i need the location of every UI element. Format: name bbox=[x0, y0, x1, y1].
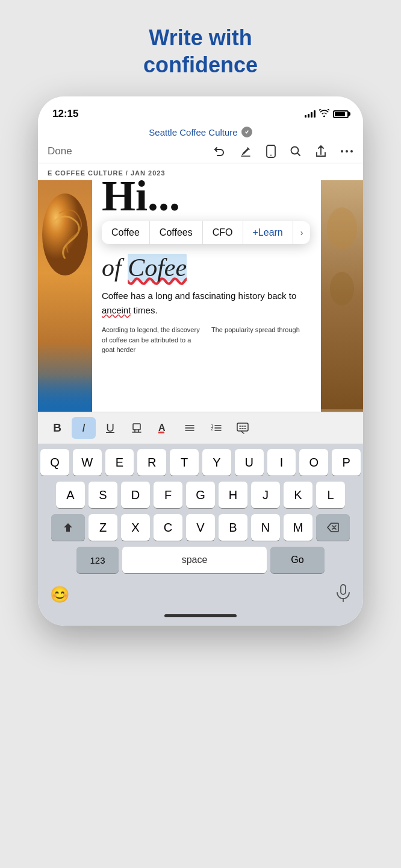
list-button[interactable] bbox=[178, 417, 202, 439]
keyboard: Q W E R T Y U I O P A S D F G H J K L bbox=[38, 444, 363, 580]
svg-rect-17 bbox=[341, 585, 346, 594]
svg-text:2: 2 bbox=[211, 426, 214, 432]
document-content: E COFFEE CULTURE / JAN 2023 bbox=[38, 163, 363, 412]
search-icon[interactable] bbox=[290, 145, 302, 157]
key-o[interactable]: O bbox=[299, 449, 328, 476]
doc-big-title: Hi... bbox=[102, 174, 311, 222]
key-u[interactable]: U bbox=[235, 449, 264, 476]
more-icon[interactable] bbox=[340, 149, 353, 153]
markup-icon[interactable] bbox=[239, 145, 252, 158]
keyboard-dismiss-button[interactable] bbox=[231, 417, 255, 439]
body-col-left: Acording to legend, the discovery of cof… bbox=[102, 325, 202, 355]
status-time: 12:15 bbox=[52, 108, 78, 120]
delete-key[interactable] bbox=[316, 514, 350, 541]
svg-rect-11 bbox=[133, 424, 140, 430]
key-r[interactable]: R bbox=[137, 449, 166, 476]
key-n[interactable]: N bbox=[251, 514, 280, 541]
body-col-right: The popularity spread through bbox=[211, 325, 311, 355]
format-toolbar: B I U A bbox=[38, 412, 363, 444]
svg-point-2 bbox=[270, 155, 272, 156]
app-header: Write withconfidence bbox=[0, 0, 401, 96]
space-key[interactable]: space bbox=[122, 547, 267, 573]
doc-status-icon bbox=[241, 127, 252, 137]
key-b[interactable]: B bbox=[219, 514, 247, 541]
key-e[interactable]: E bbox=[105, 449, 134, 476]
misspelled-word: Cofee bbox=[128, 254, 187, 281]
phone-frame: 12:15 Seattle Coffee Cultur bbox=[38, 96, 363, 626]
underline-button[interactable]: U bbox=[98, 417, 122, 439]
svg-text:A: A bbox=[158, 423, 166, 433]
svg-point-6 bbox=[350, 150, 353, 153]
autocomplete-coffees[interactable]: Coffees bbox=[150, 221, 203, 244]
italic-button[interactable]: I bbox=[72, 417, 96, 439]
keyboard-row-2: A S D F G H J K L bbox=[40, 482, 361, 508]
body-text-main: Coffee has a long and fascinating histor… bbox=[102, 289, 311, 318]
signal-icon bbox=[305, 110, 316, 118]
autocomplete-popup[interactable]: Coffee Coffees CFO +Learn › bbox=[102, 221, 310, 244]
undo-icon[interactable] bbox=[213, 145, 226, 158]
highlight-button[interactable] bbox=[125, 417, 149, 439]
document-toolbar: Done bbox=[38, 140, 363, 163]
coffee-image-left bbox=[38, 180, 92, 412]
key-h[interactable]: H bbox=[219, 482, 247, 508]
go-key[interactable]: Go bbox=[270, 547, 325, 573]
key-j[interactable]: J bbox=[251, 482, 280, 508]
key-x[interactable]: X bbox=[121, 514, 150, 541]
key-s[interactable]: S bbox=[89, 482, 117, 508]
col-right-text: The popularity spread through bbox=[211, 326, 300, 333]
keyboard-accessory: 😊 bbox=[38, 580, 363, 611]
content-main: Hi... Coffee Coffees CFO +Learn › of Cof… bbox=[38, 180, 363, 412]
key-t[interactable]: T bbox=[170, 449, 199, 476]
svg-point-10 bbox=[330, 272, 354, 306]
keyboard-row-3: Z X C V B N M bbox=[40, 514, 361, 541]
svg-rect-16 bbox=[237, 423, 248, 431]
coffee-image-right bbox=[321, 180, 363, 412]
app-tagline: Write withconfidence bbox=[12, 24, 389, 78]
key-i[interactable]: I bbox=[267, 449, 296, 476]
body-columns: Acording to legend, the discovery of cof… bbox=[102, 325, 311, 355]
device-icon[interactable] bbox=[266, 145, 276, 158]
keyboard-row-1: Q W E R T Y U I O P bbox=[40, 449, 361, 476]
selected-word: Cofee bbox=[128, 254, 187, 281]
key-c[interactable]: C bbox=[154, 514, 182, 541]
keyboard-bottom-row: 123 space Go bbox=[40, 547, 361, 573]
key-q[interactable]: Q bbox=[40, 449, 69, 476]
done-button[interactable]: Done bbox=[48, 145, 72, 157]
autocomplete-cfo[interactable]: CFO bbox=[203, 221, 243, 244]
battery-icon bbox=[333, 110, 349, 118]
key-m[interactable]: M bbox=[284, 514, 312, 541]
text-color-button[interactable]: A bbox=[151, 417, 175, 439]
key-w[interactable]: W bbox=[73, 449, 102, 476]
numbers-key[interactable]: 123 bbox=[76, 547, 119, 573]
toolbar-icons bbox=[213, 145, 353, 158]
key-l[interactable]: L bbox=[316, 482, 345, 508]
key-z[interactable]: Z bbox=[89, 514, 117, 541]
col-left-text: Acording to legend, the discovery of cof… bbox=[102, 326, 200, 353]
status-bar: 12:15 bbox=[38, 96, 363, 123]
mic-icon[interactable] bbox=[335, 584, 351, 605]
numbers-label: 123 bbox=[90, 555, 105, 565]
key-y[interactable]: Y bbox=[202, 449, 231, 476]
bold-button[interactable]: B bbox=[45, 417, 69, 439]
svg-point-5 bbox=[346, 150, 348, 153]
share-icon[interactable] bbox=[315, 145, 327, 158]
key-d[interactable]: D bbox=[121, 482, 150, 508]
autocomplete-learn[interactable]: +Learn bbox=[243, 221, 293, 244]
key-k[interactable]: K bbox=[284, 482, 312, 508]
shift-key[interactable] bbox=[51, 514, 85, 541]
key-f[interactable]: F bbox=[154, 482, 182, 508]
autocomplete-arrow-icon[interactable]: › bbox=[293, 222, 311, 244]
status-icons bbox=[305, 109, 349, 119]
key-a[interactable]: A bbox=[56, 482, 85, 508]
home-indicator bbox=[164, 614, 237, 617]
key-g[interactable]: G bbox=[186, 482, 215, 508]
home-indicator-area bbox=[38, 611, 363, 626]
key-v[interactable]: V bbox=[186, 514, 215, 541]
text-area[interactable]: Hi... Coffee Coffees CFO +Learn › of Cof… bbox=[92, 180, 321, 412]
main-text: of Cofee bbox=[102, 253, 311, 283]
key-p[interactable]: P bbox=[332, 449, 361, 476]
numbered-list-button[interactable]: 1 2 bbox=[204, 417, 228, 439]
autocomplete-coffee[interactable]: Coffee bbox=[102, 221, 150, 244]
doc-title-bar[interactable]: Seattle Coffee Culture bbox=[38, 123, 363, 140]
emoji-icon[interactable]: 😊 bbox=[50, 585, 69, 604]
